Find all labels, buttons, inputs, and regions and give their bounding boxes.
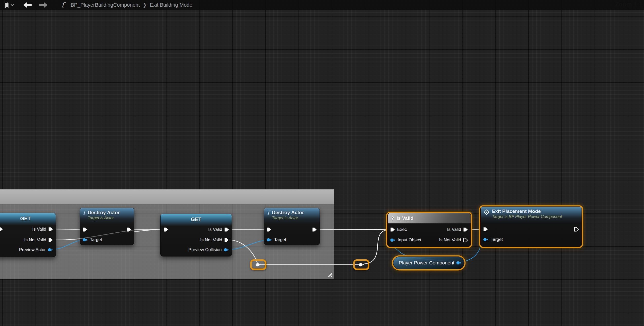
- exec-pin-icon: [0, 227, 3, 232]
- exec-out-pin[interactable]: [127, 226, 132, 233]
- pin-label: Is Valid: [32, 227, 46, 232]
- function-diamond-icon: [484, 209, 489, 215]
- function-graph-icon: f: [61, 2, 64, 8]
- node-destroy-actor-2[interactable]: f Destroy Actor Target is Actor Target: [264, 208, 320, 245]
- node-header: f Destroy Actor Target is Actor: [80, 208, 134, 224]
- breadcrumb-blueprint-name[interactable]: BP_PlayerBuildingComponent: [71, 2, 140, 8]
- exec-in-pin[interactable]: [267, 226, 272, 233]
- reroute-dot: [359, 263, 364, 267]
- bookmark-button[interactable]: [4, 2, 9, 8]
- pin-is-valid-out[interactable]: Is Valid: [447, 226, 468, 233]
- exec-pin-icon: [463, 238, 468, 242]
- navigate-forward-button[interactable]: [39, 2, 48, 8]
- forward-arrow-icon: [39, 2, 48, 8]
- blueprint-graph-canvas[interactable]: GET Is Valid Is Not Valid Preview Actor …: [0, 0, 644, 326]
- pin-is-not-valid-out[interactable]: Is Not Valid: [24, 237, 53, 243]
- reroute-dot: [256, 263, 261, 267]
- exec-in-pin[interactable]: [483, 226, 488, 233]
- pin-label: Is Not Valid: [200, 238, 222, 243]
- node-title: Is Valid: [397, 215, 413, 221]
- exec-pin-icon: [224, 238, 229, 242]
- node-player-power-component[interactable]: Player Power Component: [393, 256, 464, 269]
- exec-pin-icon: [574, 227, 579, 232]
- node-get-preview-collision[interactable]: GET Is Valid Is Not Valid Preview Collis…: [160, 214, 232, 256]
- node-exit-placement-mode[interactable]: Exit Placement Mode Target is BP Player …: [480, 206, 582, 247]
- pin-label: Exec: [397, 227, 407, 232]
- data-pin-icon[interactable]: [456, 261, 462, 265]
- graph-toolbar: f BP_PlayerBuildingComponent ❯ Exit Buil…: [0, 0, 644, 10]
- node-title: GET: [191, 216, 201, 222]
- pin-label: Is Not Valid: [439, 238, 461, 243]
- reroute-node-1[interactable]: [250, 259, 266, 270]
- node-header: GET: [0, 213, 56, 225]
- pin-target-in[interactable]: Target: [483, 236, 503, 243]
- data-pin-icon: [224, 248, 229, 252]
- question-mark-icon: ?: [391, 215, 394, 221]
- reroute-node-2[interactable]: [353, 259, 369, 270]
- pin-preview-collision-out[interactable]: Preview Collision: [189, 246, 229, 253]
- comment-title-bar[interactable]: [0, 190, 334, 204]
- pin-exec-in[interactable]: Exec: [390, 226, 407, 233]
- node-is-valid[interactable]: ? Is Valid Exec Is Valid Input Object Is…: [387, 213, 471, 247]
- pin-label: Is Not Valid: [24, 238, 46, 243]
- exec-pin-icon: [463, 227, 468, 232]
- exec-pin-icon: [127, 227, 132, 232]
- data-pin-icon: [267, 238, 272, 242]
- exec-out-pin[interactable]: [312, 226, 317, 233]
- pin-is-not-valid-out[interactable]: Is Not Valid: [200, 237, 229, 243]
- breadcrumb-current-graph[interactable]: Exit Building Mode: [150, 2, 192, 8]
- pin-preview-actor-out[interactable]: Preview Actor: [19, 246, 53, 253]
- pin-is-not-valid-out[interactable]: Is Not Valid: [439, 237, 468, 243]
- node-destroy-actor-1[interactable]: f Destroy Actor Target is Actor Target: [80, 208, 134, 245]
- pin-label: Preview Actor: [19, 247, 46, 252]
- exec-pin-icon: [224, 227, 229, 232]
- pin-input-object-in[interactable]: Input Object: [390, 237, 421, 243]
- back-arrow-icon: [23, 2, 32, 8]
- node-header: GET: [161, 214, 232, 226]
- exec-pin-icon: [48, 227, 53, 232]
- navigate-back-button[interactable]: [23, 2, 32, 8]
- exec-pin-icon: [82, 227, 87, 232]
- node-subtitle: Target is Actor: [272, 215, 304, 221]
- node-title: Destroy Actor: [88, 210, 120, 215]
- exec-pin-icon: [312, 227, 317, 232]
- comment-resize-handle[interactable]: [326, 271, 333, 277]
- pin-label: Target: [274, 237, 286, 242]
- exec-in-pin[interactable]: [0, 226, 3, 233]
- chevron-down-icon: [10, 4, 14, 6]
- exec-pin-icon: [48, 238, 53, 242]
- exec-pin-icon: [164, 227, 169, 232]
- node-get-preview-actor[interactable]: GET Is Valid Is Not Valid Preview Actor: [0, 213, 56, 257]
- bookmark-dropdown-button[interactable]: [10, 4, 14, 6]
- node-subtitle: Target is Actor: [88, 215, 120, 221]
- breadcrumb: BP_PlayerBuildingComponent ❯ Exit Buildi…: [71, 2, 192, 8]
- node-title: Exit Placement Mode: [492, 209, 562, 214]
- pin-label: Is Valid: [447, 227, 461, 232]
- node-subtitle: Target is BP Player Power Component: [492, 214, 562, 219]
- pin-label: Target: [491, 237, 503, 242]
- node-title: GET: [20, 216, 31, 222]
- pin-target-in[interactable]: Target: [82, 236, 102, 243]
- breadcrumb-separator-icon: ❯: [143, 2, 147, 8]
- node-title: Destroy Actor: [272, 210, 304, 215]
- pin-is-valid-out[interactable]: Is Valid: [208, 226, 229, 233]
- pin-label: Preview Collision: [189, 247, 222, 252]
- pin-target-in[interactable]: Target: [267, 236, 286, 243]
- data-pin-icon: [483, 238, 489, 242]
- exec-pin-icon: [483, 227, 488, 232]
- pin-label: Is Valid: [208, 227, 222, 232]
- wire-exec-reroute2-to-isvalid: [362, 230, 388, 264]
- variable-label: Player Power Component: [393, 260, 456, 266]
- data-pin-icon: [82, 238, 88, 242]
- pin-label: Input Object: [398, 238, 421, 243]
- data-pin-icon: [48, 248, 53, 252]
- data-pin-icon: [390, 238, 396, 242]
- pin-is-valid-out[interactable]: Is Valid: [32, 226, 53, 233]
- exec-out-pin[interactable]: [574, 226, 579, 233]
- pin-label: Target: [90, 237, 102, 242]
- function-icon: f: [267, 210, 269, 216]
- node-header: Exit Placement Mode Target is BP Player …: [481, 207, 582, 223]
- exec-pin-icon: [390, 227, 395, 232]
- exec-in-pin[interactable]: [164, 226, 169, 233]
- exec-in-pin[interactable]: [82, 226, 87, 233]
